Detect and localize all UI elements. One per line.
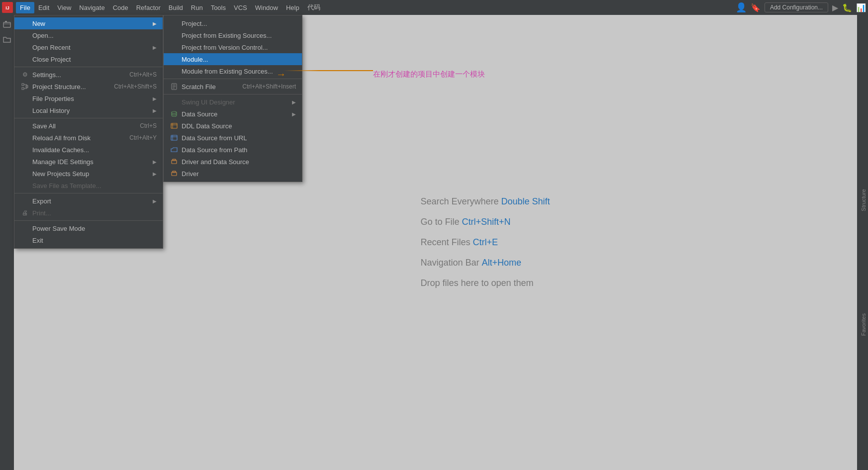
menu-item-new-projects-setup[interactable]: New Projects Setup ▶ (14, 168, 163, 180)
data-source-icon (170, 110, 179, 117)
app-logo: IJ (2, 2, 13, 13)
new-arrow: ▶ (153, 21, 157, 26)
drop-files-hint: Drop files here to open them (420, 278, 533, 288)
new-menu-project[interactable]: Project... (164, 17, 302, 29)
search-everywhere-hint: Search Everywhere Double Shift (420, 196, 550, 207)
menu-item-local-history[interactable]: Local History ▶ (14, 104, 163, 116)
project-structure-icon (20, 83, 29, 90)
new-sep-2 (164, 94, 302, 94)
go-to-file-hint: Go to File Ctrl+Shift+N (420, 217, 510, 227)
menu-chinese[interactable]: 代码 (303, 1, 324, 14)
new-menu-module[interactable]: Module... (164, 53, 302, 65)
svg-rect-3 (5, 21, 7, 22)
ds-path-icon (170, 146, 179, 153)
menu-file[interactable]: File (16, 2, 34, 13)
swing-ui-arrow: ▶ (292, 99, 296, 105)
new-projects-arrow: ▶ (153, 171, 157, 177)
menu-vcs[interactable]: VCS (230, 2, 251, 13)
menu-item-save-template: Save File as Template... (14, 180, 163, 191)
menu-bar: IJ File Edit View Navigate Code Refactor… (0, 0, 868, 15)
new-menu-ddl-data-source[interactable]: DDL Data Source (164, 120, 302, 132)
menu-tools[interactable]: Tools (207, 2, 230, 13)
separator-3 (14, 193, 163, 193)
navigation-bar-hint: Navigation Bar Alt+Home (420, 258, 521, 268)
new-dropdown: Project... Project from Existing Sources… (163, 15, 302, 182)
svg-rect-2 (3, 22, 10, 27)
chinese-hint: 在刚才创建的项目中创建一个模块 (373, 70, 485, 79)
export-arrow: ▶ (153, 198, 157, 204)
menu-item-print: 🖨 Print... (14, 207, 163, 219)
debug-icon[interactable]: 🐛 (842, 3, 852, 12)
right-sidebar: Structure Favorites (857, 15, 868, 470)
structure-label[interactable]: Structure (861, 189, 867, 211)
menu-item-power-save[interactable]: Power Save Mode (14, 222, 163, 234)
ddl-icon (170, 122, 179, 129)
settings-icon: ⚙ (20, 71, 29, 78)
user-icon[interactable]: 👤 (736, 2, 747, 13)
menu-build[interactable]: Build (165, 2, 187, 13)
ds-url-icon (170, 134, 179, 141)
new-menu-data-source[interactable]: Data Source ▶ (164, 108, 302, 120)
menu-item-manage-ide[interactable]: Manage IDE Settings ▶ (14, 156, 163, 168)
menu-item-settings[interactable]: ⚙ Settings... Ctrl+Alt+S (14, 69, 163, 81)
menu-view[interactable]: View (53, 2, 75, 13)
new-menu-ds-url[interactable]: Data Source from URL (164, 132, 302, 144)
new-menu-ds-path[interactable]: Data Source from Path (164, 144, 302, 156)
menu-item-project-structure[interactable]: Project Structure... Ctrl+Alt+Shift+S (14, 81, 163, 93)
svg-text:IJ: IJ (5, 5, 9, 10)
new-menu-driver-ds[interactable]: Driver and Data Source (164, 156, 302, 168)
menu-refactor[interactable]: Refactor (132, 2, 165, 13)
menu-item-new[interactable]: New ▶ (14, 17, 163, 29)
file-properties-arrow: ▶ (153, 96, 157, 101)
menu-run[interactable]: Run (187, 2, 207, 13)
hint-block: Search Everywhere Double Shift Go to Fil… (420, 196, 550, 288)
menu-item-invalidate-caches[interactable]: Invalidate Caches... (14, 144, 163, 156)
sidebar-project-icon[interactable] (1, 19, 12, 30)
menu-item-reload[interactable]: Reload All from Disk Ctrl+Alt+Y (14, 132, 163, 144)
print-icon: 🖨 (20, 209, 29, 216)
sidebar-folder-icon[interactable] (1, 34, 12, 45)
menubar-right: 👤 🔖 Add Configuration... ▶ 🐛 📊 (736, 2, 866, 13)
svg-rect-18 (171, 135, 177, 140)
menu-navigate[interactable]: Navigate (75, 2, 108, 13)
new-menu-project-vcs[interactable]: Project from Version Control... (164, 41, 302, 53)
add-configuration-button[interactable]: Add Configuration... (765, 2, 828, 12)
new-menu-swing-ui: Swing UI Designer ▶ (164, 96, 302, 108)
svg-rect-5 (22, 88, 24, 90)
new-menu-project-existing[interactable]: Project from Existing Sources... (164, 29, 302, 41)
menu-item-export[interactable]: Export ▶ (14, 195, 163, 207)
svg-point-14 (172, 111, 177, 113)
local-history-arrow: ▶ (153, 108, 157, 113)
new-menu-scratch[interactable]: Scratch File Ctrl+Alt+Shift+Insert (164, 81, 302, 93)
menu-window[interactable]: Window (251, 2, 282, 13)
separator-1 (14, 67, 163, 67)
svg-rect-4 (22, 84, 24, 86)
bookmark-icon[interactable]: 🔖 (751, 3, 761, 12)
profile-icon[interactable]: 📊 (856, 3, 866, 12)
menu-item-file-properties[interactable]: File Properties ▶ (14, 93, 163, 104)
separator-4 (14, 220, 163, 221)
menu-item-close-project[interactable]: Close Project (14, 53, 163, 65)
menu-code[interactable]: Code (109, 2, 132, 13)
run-icon[interactable]: ▶ (832, 3, 838, 12)
manage-ide-arrow: ▶ (153, 159, 157, 165)
favorites-label[interactable]: Favorites (861, 313, 867, 336)
scratch-icon (170, 83, 179, 90)
menu-help[interactable]: Help (282, 2, 303, 13)
arrow-line (284, 70, 373, 71)
menu-item-exit[interactable]: Exit (14, 234, 163, 246)
open-recent-arrow: ▶ (153, 45, 157, 50)
svg-rect-15 (171, 123, 177, 128)
recent-files-hint: Recent Files Ctrl+E (420, 237, 498, 248)
separator-2 (14, 118, 163, 118)
driver-ds-icon (170, 158, 179, 165)
menu-item-open[interactable]: Open... (14, 29, 163, 41)
menu-item-save-all[interactable]: Save All Ctrl+S (14, 120, 163, 132)
menu-edit[interactable]: Edit (34, 2, 53, 13)
menu-item-open-recent[interactable]: Open Recent ▶ (14, 41, 163, 53)
left-sidebar (0, 15, 14, 470)
file-dropdown: New ▶ Open... Open Recent ▶ Close Projec… (14, 15, 163, 249)
data-source-arrow: ▶ (292, 111, 296, 117)
arrow-indicator: ← (276, 69, 286, 80)
new-menu-driver[interactable]: Driver (164, 168, 302, 180)
